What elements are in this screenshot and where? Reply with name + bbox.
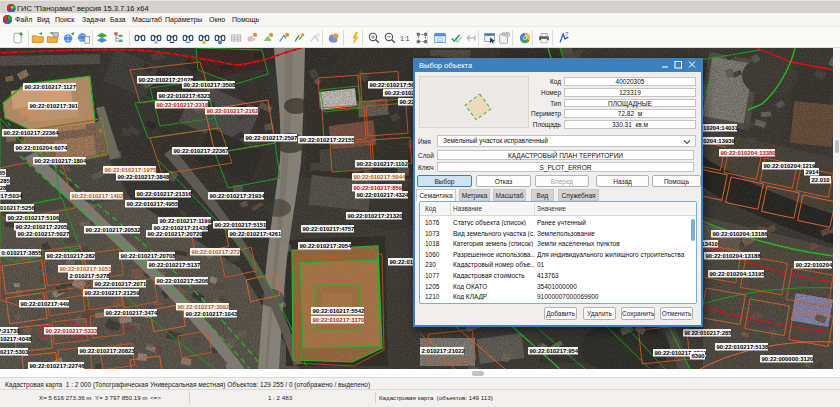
svg-text:90:22:010217:21320: 90:22:010217:21320 <box>348 213 404 219</box>
svg-text:22:010217:285: 22:010217:285 <box>692 330 733 336</box>
svg-text:90:22:0102: 90:22:0102 <box>385 90 416 96</box>
svg-text:90:22:010217:391: 90:22:010217:391 <box>30 103 79 109</box>
svg-text:010217:5034: 010217:5034 <box>0 193 23 199</box>
svg-text:90:22:010217:22364: 90:22:010217:22364 <box>4 130 60 136</box>
svg-text:90:22:010217:20532: 90:22:010217:20532 <box>86 227 142 233</box>
svg-text:90:22:010217:4955: 90:22:010217:4955 <box>127 201 179 207</box>
svg-text:90:22:010217:5138: 90:22:010217:5138 <box>717 344 769 350</box>
svg-text:90:22:010204:13186: 90:22:010204:13186 <box>713 231 769 237</box>
svg-text:6390: 6390 <box>692 353 706 359</box>
svg-text:90:22:010217:1127: 90:22:010217:1127 <box>25 84 77 90</box>
svg-text:90:22:010217:1402: 90:22:010217:1402 <box>72 193 124 199</box>
svg-text:90:22:010217:20823: 90:22:010217:20823 <box>80 348 136 354</box>
svg-text:90:22:010204: 90:22:010204 <box>796 262 833 268</box>
svg-text:13410: 13410 <box>702 241 719 247</box>
svg-text:?: ? <box>565 31 568 37</box>
svg-text:90:22:010217:449: 90:22:010217:449 <box>21 301 70 307</box>
svg-text:90:22:010217:22367: 90:22:010217:22367 <box>174 148 230 154</box>
svg-text:90:22:010217:5333: 90:22:010217:5333 <box>46 328 98 334</box>
svg-text:90:22:010217:2205: 90:22:010217:2205 <box>16 224 68 230</box>
svg-text:90:22:010217:282: 90:22:010217:282 <box>47 253 96 259</box>
svg-text:90:22:010217:50: 90:22:010217:50 <box>370 82 416 88</box>
svg-text:90:22:010217:21259: 90:22:010217:21259 <box>85 290 141 296</box>
svg-text:90:22:010217:954: 90:22:010217:954 <box>530 348 579 354</box>
svg-text:90:22:010217:5027: 90:22:010217:5027 <box>18 231 70 237</box>
svg-text:90:22:010217:2162: 90:22:010217:2162 <box>207 108 259 114</box>
svg-text:21285: 21285 <box>0 178 11 184</box>
svg-text:90:22:010204:13380: 90:22:010204:13380 <box>721 150 777 156</box>
svg-text:90:22:010217:1199: 90:22:010217:1199 <box>160 218 212 224</box>
svg-text:2:010217:4048: 2:010217:4048 <box>0 336 32 342</box>
svg-text:90:22:010217:2054: 90:22:010217:2054 <box>300 243 352 249</box>
svg-text:90:22:010217:21316: 90:22:010217:21316 <box>137 191 193 197</box>
svg-text:90:22:010217:6323: 90:22:010217:6323 <box>159 93 211 99</box>
svg-text:90:22:010217:3508: 90:22:010217:3508 <box>184 82 236 88</box>
svg-text:90:22:010217:1804: 90:22:010217:1804 <box>35 158 87 164</box>
svg-text:90:22:010217:859: 90:22:010217:859 <box>354 185 403 191</box>
svg-text:90:22:010217:5542: 90:22:010217:5542 <box>313 308 365 314</box>
svg-text:90:22:010217:5044: 90:22:010217:5044 <box>354 174 406 180</box>
svg-text:1:1: 1:1 <box>400 35 409 42</box>
svg-text:90:22:010204:13195: 90:22:010204:13195 <box>710 271 766 277</box>
svg-text:90:22:010204:6074: 90:22:010204:6074 <box>16 145 68 151</box>
svg-text:90:22:010217:1053: 90:22:010217:1053 <box>60 266 112 272</box>
svg-text:90:22:010217:1102: 90:22:010217:1102 <box>357 161 409 167</box>
svg-text:2914: 2914 <box>806 169 820 175</box>
svg-text:2:010217:5278: 2:010217:5278 <box>70 273 111 279</box>
svg-text:90:22:000000:3120: 90:22:000000:3120 <box>762 356 814 362</box>
svg-text:90:22:010217:5151: 90:22:010217:5151 <box>215 222 267 228</box>
svg-text:90:22:010217:22155: 90:22:010217:22155 <box>300 137 356 143</box>
svg-text:90:22:010217:2597: 90:22:010217:2597 <box>246 135 298 141</box>
svg-text:90:22:010217:4261: 90:22:010217:4261 <box>230 231 282 237</box>
svg-text:90:22:010217:1043: 90:22:010217:1043 <box>186 311 238 317</box>
svg-text:90:22:010204:13188: 90:22:010204:13188 <box>706 253 762 259</box>
svg-text:90:22:010217:5303: 90:22:010217:5303 <box>0 349 29 355</box>
svg-text:90:22:010217:5106: 90:22:010217:5106 <box>8 215 60 221</box>
svg-text:90:22:010217:3170: 90:22:010217:3170 <box>313 317 365 323</box>
svg-text:90:22:010217:3474: 90:22:010217:3474 <box>106 310 158 316</box>
svg-text:22:010217:5256: 22:010217:5256 <box>0 205 35 211</box>
svg-text:90:22:010217:4757: 90:22:010217:4757 <box>303 226 355 232</box>
svg-text:90:22:010217:4324: 90:22:010217:4324 <box>357 192 409 198</box>
svg-text:90:22:010217:272: 90:22:010217:272 <box>192 249 241 255</box>
svg-text:90:22:010217:21934: 90:22:010217:21934 <box>210 193 266 199</box>
svg-text:217:5028: 217:5028 <box>0 185 7 191</box>
svg-text:2:010217:21022: 2:010217:21022 <box>422 348 466 354</box>
svg-text:8: 8 <box>506 33 508 37</box>
svg-text:90:22:010217:2318: 90:22:010217:2318 <box>157 102 209 108</box>
svg-text:010217:21730: 010217:21730 <box>0 328 20 334</box>
svg-text:90:22:010217:1975: 90:22:010217:1975 <box>105 167 157 173</box>
svg-text:90:22:010217:20708: 90:22:010217:20708 <box>121 253 177 259</box>
svg-text:465: 465 <box>0 170 6 176</box>
svg-text:90:22:010217:3848: 90:22:010217:3848 <box>118 174 170 180</box>
svg-text:90:22:010217:2071: 90:22:010217:2071 <box>95 281 147 287</box>
svg-text:0:010217:3855: 0:010217:3855 <box>2 250 43 256</box>
svg-text:22.010: 22.010 <box>812 177 831 183</box>
svg-text:90:22:010217:5137: 90:22:010217:5137 <box>149 262 201 268</box>
svg-text:90:22:010217:5206: 90:22:010217:5206 <box>157 278 209 284</box>
svg-text:90:22:010217:20720: 90:22:010217:20720 <box>148 231 204 237</box>
svg-text:90:22:010217:3092: 90:22:010217:3092 <box>178 304 230 310</box>
